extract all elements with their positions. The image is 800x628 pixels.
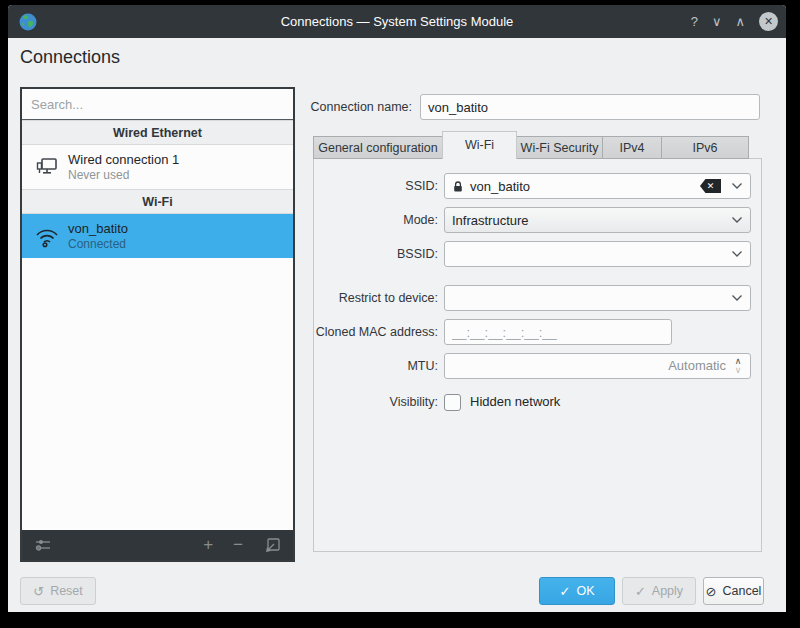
tab-wifi-security[interactable]: Wi-Fi Security: [516, 136, 603, 159]
tab-wifi[interactable]: Wi-Fi: [442, 131, 517, 159]
connection-status: Never used: [68, 168, 179, 182]
connection-name-label: Connection name:: [302, 94, 412, 120]
list-toolbar: + −: [22, 530, 293, 560]
mode-combobox[interactable]: Infrastructure: [444, 207, 751, 233]
tab-general-configuration[interactable]: General configuration: [313, 136, 443, 159]
group-header-wifi: Wi-Fi: [22, 189, 293, 214]
add-connection-button[interactable]: +: [203, 535, 213, 555]
minimize-button[interactable]: ∨: [712, 14, 722, 29]
chevron-down-icon[interactable]: [731, 182, 743, 190]
cloned-mac-label: Cloned MAC address:: [310, 319, 438, 345]
wifi-signal-icon: [32, 221, 62, 251]
check-icon: ✓: [635, 585, 646, 598]
mode-value: Infrastructure: [452, 213, 725, 228]
chevron-down-icon: [731, 216, 743, 224]
ssid-label: SSID:: [310, 173, 438, 199]
configure-filter-icon[interactable]: [34, 536, 52, 554]
wifi-tab-page: SSID: von_batito ✕: [313, 158, 762, 552]
connections-window: Connections — System Settings Module ? ∨…: [8, 5, 786, 612]
ok-button[interactable]: ✓ OK: [539, 577, 615, 605]
apply-button[interactable]: ✓ Apply: [622, 577, 696, 605]
connection-title: von_batito: [68, 221, 128, 236]
close-button[interactable]: ✕: [759, 12, 778, 31]
export-connection-button[interactable]: [263, 536, 281, 554]
cloned-mac-input[interactable]: [444, 319, 672, 345]
remove-connection-button[interactable]: −: [233, 535, 243, 555]
tab-ipv4[interactable]: IPv4: [602, 136, 662, 159]
search-box[interactable]: [22, 89, 293, 120]
chevron-down-icon: [731, 294, 743, 302]
titlebar[interactable]: Connections — System Settings Module ? ∨…: [8, 5, 786, 38]
search-input[interactable]: [31, 97, 284, 112]
mtu-label: MTU:: [310, 353, 438, 379]
page-title: Connections: [20, 47, 120, 68]
group-header-wired: Wired Ethernet: [22, 120, 293, 145]
mtu-spinbox[interactable]: Automatic ∧ ∨: [444, 353, 751, 379]
settings-tabbar: General configuration Wi-Fi Wi-Fi Securi…: [313, 131, 749, 159]
list-item-von-batito[interactable]: von_batito Connected: [22, 214, 293, 258]
connection-list: Wired Ethernet Wired connection 1 Never …: [22, 120, 293, 530]
connection-status: Connected: [68, 237, 128, 251]
restrict-to-device-label: Restrict to device:: [310, 285, 438, 311]
connection-name-input[interactable]: [420, 94, 760, 120]
bssid-label: BSSID:: [310, 241, 438, 267]
restrict-to-device-combobox[interactable]: [444, 285, 751, 311]
mode-label: Mode:: [310, 207, 438, 233]
check-icon: ✓: [560, 585, 571, 598]
lock-icon: [452, 180, 464, 193]
spin-down-icon[interactable]: ∨: [735, 366, 742, 375]
chevron-down-icon: [731, 250, 743, 258]
reset-button[interactable]: ↺ Reset: [20, 577, 96, 605]
maximize-button[interactable]: ∧: [735, 14, 745, 29]
clear-text-icon[interactable]: ✕: [700, 179, 721, 193]
mtu-special-value: Automatic: [668, 354, 726, 378]
network-globe-icon: [18, 12, 38, 32]
list-item-wired-connection-1[interactable]: Wired connection 1 Never used: [22, 145, 293, 189]
visibility-label: Visibility:: [310, 389, 438, 415]
connection-title: Wired connection 1: [68, 152, 179, 167]
bssid-combobox[interactable]: [444, 241, 751, 267]
connection-list-panel: Wired Ethernet Wired connection 1 Never …: [20, 87, 295, 562]
cancel-icon: ⊘: [706, 585, 717, 598]
hidden-network-checkbox[interactable]: [444, 394, 461, 411]
cancel-button[interactable]: ⊘ Cancel: [703, 577, 764, 605]
window-title: Connections — System Settings Module: [8, 14, 786, 29]
wired-network-icon: [32, 152, 62, 182]
hidden-network-label[interactable]: Hidden network: [470, 389, 560, 415]
undo-icon: ↺: [33, 585, 44, 598]
tab-ipv6[interactable]: IPv6: [661, 136, 749, 159]
help-button[interactable]: ?: [691, 14, 698, 29]
ssid-combobox[interactable]: von_batito ✕: [444, 173, 751, 199]
ssid-value: von_batito: [470, 179, 700, 194]
